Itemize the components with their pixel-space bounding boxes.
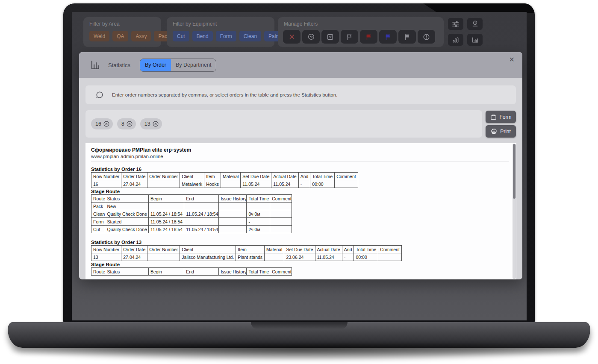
table-row: 1327.04.24Jalisco Manufacturing Ltd.Plan… <box>91 253 402 261</box>
close-icon[interactable]: ✕ <box>509 56 515 63</box>
comment-bubble-icon <box>95 91 104 99</box>
area-filter-qa[interactable]: QA <box>112 31 128 41</box>
lid-glare <box>423 3 534 13</box>
cell: Quality Check Done <box>105 226 149 233</box>
form-button[interactable]: Form <box>486 111 516 123</box>
flag-outline-button[interactable] <box>341 30 358 44</box>
cell <box>184 218 219 226</box>
cell: Started <box>105 218 149 226</box>
order-tag-number: 8 <box>121 121 124 127</box>
cell: New <box>105 203 149 210</box>
laptop-base-notch <box>251 322 348 329</box>
report-scrollbar[interactable] <box>513 144 516 279</box>
filter-by-equipment-label: Filter by Equipment <box>173 21 217 27</box>
flag-red-button[interactable] <box>360 30 377 44</box>
cell: 11.05.24 <box>271 180 298 188</box>
remove-tag-icon[interactable] <box>103 120 110 127</box>
column-header: Item <box>204 173 221 180</box>
table-row: PackNew- <box>91 203 292 210</box>
column-header: Material <box>265 246 284 253</box>
order-tag-13[interactable]: 13 <box>140 118 162 129</box>
column-header: End <box>184 268 219 276</box>
report-scrollbar-thumb[interactable] <box>513 144 516 199</box>
cell: 11.05.24 / 18:54 <box>148 218 184 226</box>
cell: Metalwerk <box>180 180 204 188</box>
equipment-filter-bend[interactable]: Bend <box>192 31 213 41</box>
cell <box>378 253 402 261</box>
equipment-filter-form[interactable]: Form <box>216 31 236 41</box>
column-header: Begin <box>148 195 184 203</box>
bar-chart-button[interactable] <box>448 34 463 46</box>
area-filter-weld[interactable]: Weld <box>89 31 109 41</box>
flag-gray-button[interactable] <box>398 30 416 44</box>
order-tag-16[interactable]: 16 <box>91 118 113 129</box>
view-buttons-grid <box>448 18 484 46</box>
stage-route-title: Stage Route <box>91 189 509 194</box>
remove-tag-icon[interactable] <box>126 120 133 127</box>
cell: 00:00 <box>354 253 378 261</box>
clear-x-button[interactable] <box>283 30 300 44</box>
cell: 11.05.24 / 18:54 <box>148 210 184 218</box>
cell: - <box>298 180 310 188</box>
visibility-button[interactable] <box>302 30 320 44</box>
cell <box>184 203 219 210</box>
action-buttons: Form Print <box>486 111 516 138</box>
equipment-button-row: CutBendFormCleanPaint <box>173 31 284 41</box>
stage-route-table: RouteStatusBeginEndIssue HistoryTotal Ti… <box>91 194 292 233</box>
checkbox-button[interactable] <box>321 30 339 44</box>
column-header: Set Due Date <box>284 246 315 253</box>
cell: - <box>247 203 270 210</box>
cell: 27.04.24 <box>121 253 147 261</box>
alert-circle-button[interactable] <box>418 30 435 44</box>
cell <box>270 210 292 218</box>
cell: 23.06.24 <box>284 253 315 261</box>
cell <box>147 253 180 261</box>
sliders-button[interactable] <box>448 18 463 30</box>
cell <box>219 210 247 218</box>
laptop-shadow <box>11 344 587 361</box>
flag-blue-button[interactable] <box>379 30 397 44</box>
visibility-icon <box>307 33 315 41</box>
column-header: Actual Date <box>315 246 342 253</box>
alert-underline-icon <box>471 21 479 27</box>
cell: - <box>342 253 354 261</box>
table-row: FormStarted11.05.24 / 18:54- <box>91 218 292 226</box>
stage-route-title: Stage Route <box>91 262 509 267</box>
modal-header: Statistics By Order By Department ✕ <box>79 52 522 78</box>
alert-underline-button[interactable] <box>467 18 483 30</box>
clear-x-icon <box>289 33 295 40</box>
remove-tag-icon[interactable] <box>152 120 159 127</box>
column-header: And <box>298 173 310 180</box>
cell: Form <box>91 218 105 226</box>
cell <box>270 218 292 226</box>
table-row: 1627.04.24MetalwerkHooks11.05.2411.05.24… <box>91 180 358 188</box>
hint-message-text: Enter order numbers separated by commas,… <box>112 92 337 97</box>
stage-route-table: RouteStatusBeginEndIssue HistoryTotal Ti… <box>91 267 292 276</box>
column-header: Issue History <box>219 268 247 276</box>
column-header: Status <box>105 268 149 276</box>
histogram-button[interactable] <box>467 34 483 46</box>
column-header: Client <box>180 246 236 253</box>
report-content: Сформировано PMPlan elite erp-system www… <box>91 143 509 276</box>
table-header-row: Row NumberOrder DateOrder NumberClientIt… <box>91 173 358 180</box>
form-button-label: Form <box>500 114 512 120</box>
column-header: Order Number <box>147 173 180 180</box>
column-header: Status <box>105 195 149 203</box>
print-button[interactable]: Print <box>486 125 516 138</box>
equipment-filter-clean[interactable]: Clean <box>239 31 261 41</box>
cell: Clean <box>91 210 105 218</box>
order-tag-8[interactable]: 8 <box>117 118 136 129</box>
cell: 0ч 0м <box>247 210 270 218</box>
column-header: And <box>342 246 354 253</box>
equipment-filter-cut[interactable]: Cut <box>173 31 189 41</box>
cell <box>221 180 240 188</box>
manage-filters-label: Manage Filters <box>284 21 318 27</box>
modal-title: Statistics <box>108 62 130 68</box>
filter-by-area-label: Filter by Area <box>89 21 120 27</box>
table-header-row: Row NumberOrder DateOrder NumberClientIt… <box>91 246 402 253</box>
area-filter-assy[interactable]: Assy <box>131 31 151 41</box>
tab-by-order[interactable]: By Order <box>140 59 171 71</box>
column-header: Client <box>180 173 204 180</box>
tab-by-department[interactable]: By Department <box>171 59 216 71</box>
column-header: Total Time <box>354 246 378 253</box>
